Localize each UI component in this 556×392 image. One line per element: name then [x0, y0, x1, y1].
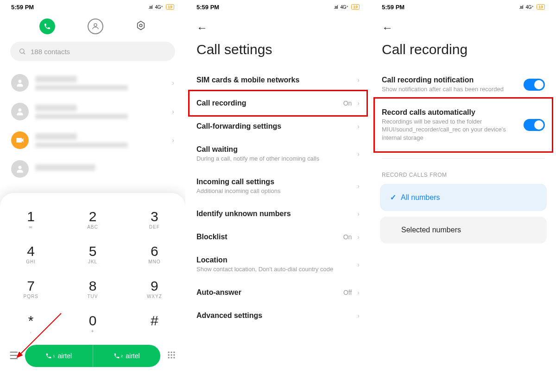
dial-keypad: 1∞2ABC3DEF4GHI5JKL6MNO7PQRS8TUV9WXYZ*,0+…	[0, 193, 185, 392]
value-text: Off	[343, 289, 352, 296]
row-advanced[interactable]: Advanced settings ›	[185, 304, 371, 327]
option-all-numbers[interactable]: ✓ All numbers	[380, 184, 547, 211]
settings-icon[interactable]	[136, 20, 146, 33]
status-bar: 5:59 PM .ıııl 4G⁺ 19	[0, 0, 185, 14]
row-call-waiting[interactable]: Call waiting During a call, notify me of…	[185, 138, 371, 170]
option-selected-numbers[interactable]: Selected numbers	[380, 217, 547, 243]
contact-row[interactable]: ›	[0, 97, 185, 126]
chevron-right-icon: ›	[172, 108, 174, 115]
back-button[interactable]: ←	[382, 21, 393, 34]
menu-icon[interactable]: ☰	[9, 350, 19, 362]
keypad-key[interactable]: 9WXYZ	[124, 271, 185, 305]
option-label: All numbers	[401, 193, 440, 202]
signal-icon: .ıııl	[148, 5, 152, 10]
value-text: On	[343, 233, 352, 241]
row-sim-cards[interactable]: SIM cards & mobile networks ›	[185, 68, 371, 92]
avatar	[11, 103, 29, 120]
clock: 5:59 PM	[382, 4, 404, 11]
network-type: 4G⁺	[155, 5, 163, 10]
network-type: 4G⁺	[526, 5, 534, 10]
svg-point-7	[19, 166, 22, 169]
chevron-right-icon: ›	[357, 261, 360, 268]
option-label: Selected numbers	[401, 226, 461, 234]
row-identify-unknown[interactable]: Identify unknown numbers ›	[185, 202, 371, 225]
value-text: On	[343, 100, 352, 107]
battery-icon: 19	[166, 4, 174, 10]
keypad-key[interactable]: 7PQRS	[0, 271, 62, 305]
contact-row[interactable]: ›	[0, 68, 185, 97]
section-label: RECORD CALLS FROM	[371, 159, 556, 184]
svg-point-15	[171, 357, 172, 358]
row-recording-notification[interactable]: Call recording notification Show notific…	[371, 68, 556, 101]
keypad-key[interactable]: #	[124, 305, 185, 340]
keypad-key[interactable]: 3DEF	[124, 201, 185, 236]
signal-icon: .ıııl	[334, 5, 337, 10]
screen-dialer: 5:59 PM .ıııl 4G⁺ 19 188 contacts ›	[0, 0, 185, 392]
status-bar: 5:59 PM .ıııl 4G⁺ 19	[185, 0, 371, 14]
svg-point-16	[173, 357, 175, 358]
contact-row[interactable]: ›	[0, 126, 185, 155]
row-call-forwarding[interactable]: Call-forwarding settings ›	[185, 115, 371, 138]
chevron-right-icon: ›	[172, 137, 174, 144]
call-sim2-button[interactable]: 2 airtel	[93, 345, 161, 367]
search-placeholder: 188 contacts	[31, 48, 70, 56]
svg-line-4	[24, 53, 25, 54]
svg-point-10	[173, 351, 175, 353]
chevron-right-icon: ›	[357, 289, 360, 296]
search-box[interactable]: 188 contacts	[10, 42, 175, 61]
contact-list: › › ›	[0, 68, 185, 183]
battery-icon: 19	[537, 4, 545, 10]
svg-point-6	[19, 108, 22, 112]
keypad-key[interactable]: 1∞	[0, 201, 62, 236]
avatar	[11, 74, 29, 92]
status-bar: 5:59 PM .ıııl 4G⁺ 19	[371, 0, 556, 14]
svg-point-0	[94, 24, 97, 26]
sim1-label: airtel	[58, 352, 72, 360]
keypad-key[interactable]: 4GHI	[0, 236, 62, 271]
row-auto-answer[interactable]: Auto-answer Off ›	[185, 281, 371, 304]
sim2-label: airtel	[126, 352, 139, 360]
chevron-right-icon: ›	[357, 210, 360, 218]
svg-point-13	[173, 354, 175, 355]
chevron-right-icon: ›	[357, 182, 360, 190]
keypad-key[interactable]: *,	[0, 305, 62, 340]
avatar	[11, 160, 29, 178]
toggle-switch[interactable]	[524, 119, 545, 131]
tab-contacts[interactable]	[88, 19, 103, 34]
dialpad-toggle-icon[interactable]	[167, 350, 176, 362]
svg-marker-1	[138, 21, 145, 29]
chevron-right-icon: ›	[357, 100, 360, 107]
keypad-key[interactable]: 0+	[62, 305, 123, 340]
chevron-right-icon: ›	[357, 76, 360, 84]
search-icon	[19, 48, 26, 55]
screen-call-settings: 5:59 PM .ıııl 4G⁺ 19 ← Call settings SIM…	[185, 0, 371, 392]
row-record-automatically[interactable]: Record calls automatically Recordings wi…	[371, 101, 556, 149]
clock: 5:59 PM	[11, 4, 34, 11]
avatar	[11, 131, 29, 149]
contact-row[interactable]	[0, 155, 185, 183]
keypad-key[interactable]: 2ABC	[62, 201, 123, 236]
keypad-key[interactable]: 6MNO	[124, 236, 185, 271]
check-icon: ✓	[390, 193, 396, 202]
svg-point-8	[168, 351, 170, 353]
call-button-bar: 1 airtel 2 airtel	[25, 345, 160, 367]
row-call-recording[interactable]: Call recording On ›	[185, 92, 371, 115]
svg-point-12	[171, 354, 172, 355]
battery-icon: 19	[351, 4, 360, 10]
back-button[interactable]: ←	[196, 21, 208, 34]
svg-point-11	[168, 354, 170, 355]
row-blocklist[interactable]: Blocklist On ›	[185, 225, 371, 249]
row-location[interactable]: Location Show contact location, Don't au…	[185, 249, 371, 281]
call-sim1-button[interactable]: 1 airtel	[25, 345, 93, 367]
toggle-switch[interactable]	[524, 79, 545, 91]
top-tabs	[0, 14, 185, 42]
chevron-right-icon: ›	[357, 150, 360, 158]
chevron-right-icon: ›	[172, 79, 174, 87]
keypad-key[interactable]: 8TUV	[62, 271, 123, 305]
chevron-right-icon: ›	[357, 233, 360, 241]
row-incoming-call[interactable]: Incoming call settings Additional incomi…	[185, 170, 371, 203]
keypad-key[interactable]: 5JKL	[62, 236, 123, 271]
tab-calls[interactable]	[39, 19, 55, 34]
signal-icon: .ıııl	[519, 5, 523, 10]
svg-point-2	[139, 24, 142, 27]
